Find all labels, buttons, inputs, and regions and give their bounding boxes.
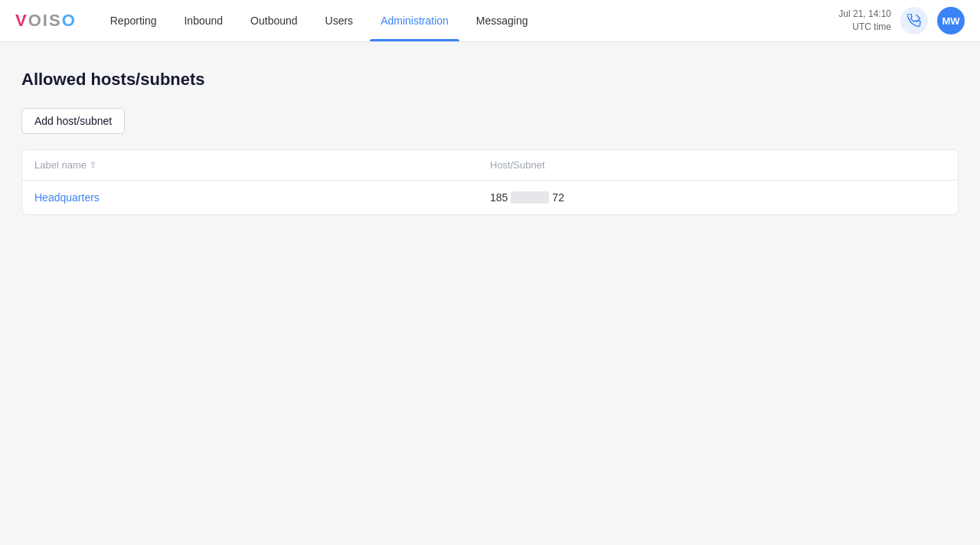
col-header-label-name[interactable]: Label name ⇧ [34, 159, 490, 171]
host-prefix: 185 [490, 191, 508, 204]
nav-item-messaging[interactable]: Messaging [466, 0, 539, 41]
nav-item-administration[interactable]: Administration [370, 0, 459, 41]
logo-s: S [49, 11, 62, 30]
nav-item-outbound[interactable]: Outbound [240, 0, 309, 41]
logo-i: I [43, 11, 49, 30]
col-host-subnet-text: Host/Subnet [490, 159, 545, 171]
logo-v: V [15, 11, 28, 30]
nav-right: Jul 21, 14:10 UTC time MW [838, 7, 965, 34]
avatar[interactable]: MW [937, 7, 965, 34]
hosts-table: Label name ⇧ Host/Subnet Headquarters 18… [21, 149, 959, 215]
phone-icon [907, 14, 921, 28]
logo-o2: O [62, 11, 77, 30]
nav-item-inbound[interactable]: Inbound [173, 0, 234, 41]
logo-o1: O [28, 11, 43, 30]
col-label-name-text: Label name [34, 159, 87, 171]
timezone-label: UTC time [838, 21, 891, 34]
cell-label-name: Headquarters [34, 191, 490, 204]
table-header: Label name ⇧ Host/Subnet [22, 150, 958, 181]
date-time-value: Jul 21, 14:10 [838, 8, 891, 21]
main-content: Allowed hosts/subnets Add host/subnet La… [0, 42, 980, 243]
table-row: Headquarters 185 72 [22, 181, 958, 214]
call-icon-button[interactable] [900, 7, 928, 34]
page-title: Allowed hosts/subnets [21, 70, 959, 90]
nav-item-users[interactable]: Users [315, 0, 364, 41]
datetime-display: Jul 21, 14:10 UTC time [838, 8, 891, 34]
nav-item-reporting[interactable]: Reporting [100, 0, 168, 41]
navbar: VOISO Reporting Inbound Outbound Users A… [0, 0, 980, 42]
add-host-subnet-button[interactable]: Add host/subnet [21, 108, 125, 134]
headquarters-link[interactable]: Headquarters [34, 191, 100, 204]
col-header-host-subnet: Host/Subnet [490, 159, 946, 171]
nav-links: Reporting Inbound Outbound Users Adminis… [100, 0, 539, 41]
sort-arrow-icon: ⇧ [90, 160, 96, 170]
cell-host-subnet: 185 72 [490, 191, 946, 204]
host-suffix: 72 [552, 191, 564, 204]
host-redacted [511, 191, 549, 204]
logo[interactable]: VOISO [15, 11, 77, 31]
